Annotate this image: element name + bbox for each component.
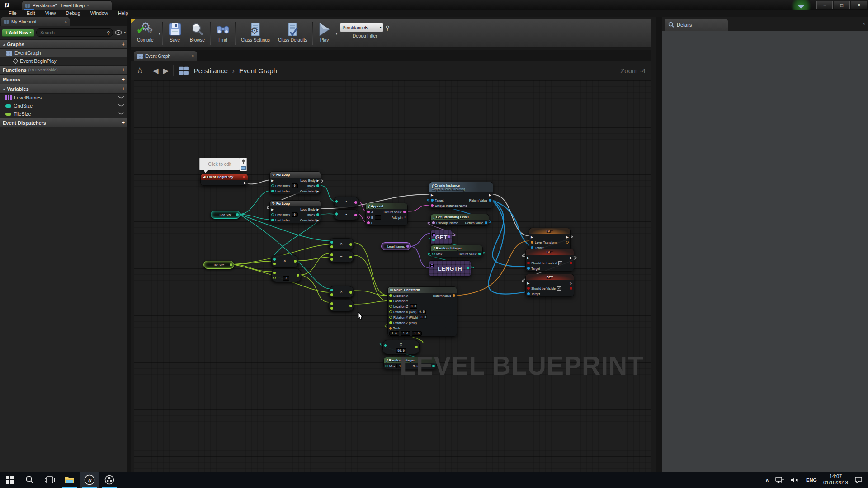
document-tab-close-icon[interactable]: × <box>87 4 89 8</box>
pin[interactable]: ▶ <box>271 179 274 182</box>
add-icon[interactable]: + <box>122 67 125 73</box>
pin[interactable] <box>349 243 352 246</box>
pin[interactable]: ▶ <box>431 193 433 197</box>
pin[interactable] <box>389 294 392 297</box>
variable-gridsize[interactable]: GridSize <box>0 102 127 110</box>
pin[interactable] <box>367 211 370 213</box>
pin[interactable]: ▶ <box>317 219 319 222</box>
var-get-grid-size[interactable]: Grid Size <box>211 211 241 219</box>
add-new-button[interactable]: + Add New ▾ <box>2 29 34 37</box>
visibility-eye-icon[interactable] <box>118 95 125 100</box>
add-icon[interactable]: + <box>122 86 125 92</box>
get-streaming-level[interactable]: ƒ Get Streaming LevelPackage NameReturn … <box>430 214 489 226</box>
pin[interactable] <box>349 305 352 307</box>
pin[interactable] <box>297 274 299 277</box>
pin[interactable]: ▶ <box>317 179 319 182</box>
pin[interactable] <box>273 277 276 279</box>
pin[interactable] <box>236 213 239 216</box>
section-event-dispatchers[interactable]: Event Dispatchers+ <box>0 118 127 127</box>
section-functions[interactable]: Functions(19 Overridable)+ <box>0 65 127 75</box>
pin[interactable]: ▶ <box>570 256 572 259</box>
event-graph-canvas[interactable]: Click to edit◀Event BeginPlay▶↻ForLoop▶L… <box>134 80 651 472</box>
set-level-transform[interactable]: SET▶▶Level TransformTarget <box>529 228 571 251</box>
add-icon[interactable]: + <box>122 76 125 83</box>
create-instance[interactable]: ƒ Create InstanceTarget is Level Streami… <box>429 182 493 209</box>
save-button[interactable]: Save <box>164 20 186 42</box>
minimize-button[interactable]: – <box>816 1 833 9</box>
find-button[interactable]: Find <box>212 20 234 42</box>
array-length[interactable]: LENGTH <box>429 260 471 277</box>
value-field[interactable]: 0.0 <box>418 310 426 314</box>
section-variables[interactable]: ◢Variables+ <box>0 84 127 94</box>
conv-int-to-string-2[interactable]: • <box>334 209 359 220</box>
pin[interactable] <box>432 221 435 224</box>
pin[interactable]: ▷ <box>570 282 572 285</box>
graph-item-eventgraph[interactable]: EventGraph <box>0 49 127 57</box>
array-get[interactable]: GET <box>430 230 452 245</box>
pin[interactable] <box>430 264 434 267</box>
conv-int-to-string-1[interactable]: • <box>334 197 359 207</box>
random-integer-1[interactable]: ƒ Random IntegerMaxReturn Value <box>430 245 483 257</box>
pin[interactable] <box>367 221 370 224</box>
pin[interactable] <box>453 294 455 297</box>
breadcrumb-root[interactable]: Perstitance <box>194 67 228 75</box>
close-button[interactable]: × <box>851 1 867 9</box>
class-settings-button[interactable]: ⚙Class Settings <box>237 20 274 42</box>
subtract-1[interactable]: − <box>329 251 354 263</box>
pin[interactable] <box>403 211 406 213</box>
pin[interactable] <box>467 267 469 269</box>
back-arrow-icon[interactable]: ◀ <box>153 66 158 75</box>
pin[interactable] <box>385 365 388 367</box>
document-tab[interactable]: Perstitance* - Level Bluep × <box>22 0 112 10</box>
value-field[interactable]: 2 <box>283 276 289 281</box>
play-button[interactable]: Play <box>314 20 335 42</box>
pin[interactable] <box>316 213 319 216</box>
pin[interactable] <box>485 221 487 224</box>
pin[interactable] <box>406 245 409 248</box>
append[interactable]: ƒ AppendAReturn ValueB Add pin+C <box>365 203 408 226</box>
pin[interactable]: ▶ <box>489 193 491 197</box>
subtract-2[interactable]: − <box>329 300 354 311</box>
pin[interactable]: + <box>404 216 406 219</box>
compile-button[interactable]: ⚙⚙✔Compile <box>133 20 158 42</box>
pin[interactable]: ▶ <box>317 208 319 211</box>
pin[interactable] <box>273 258 276 261</box>
variable-levelnames[interactable]: LevelNames <box>0 94 127 102</box>
pin[interactable] <box>389 326 392 329</box>
value-field[interactable]: 1.0 <box>401 331 410 336</box>
dropdown-arrow-icon[interactable]: ▾ <box>335 32 337 36</box>
checkbox[interactable]: ✓ <box>557 286 561 291</box>
set-should-be-visible[interactable]: SET▶▷Should be Visible✓Target <box>525 274 574 297</box>
pin[interactable] <box>389 300 392 302</box>
clock[interactable]: 14:07 01/10/2018 <box>823 474 848 486</box>
value-field[interactable]: 0.0 <box>410 304 418 309</box>
pin[interactable] <box>489 199 491 202</box>
pin[interactable] <box>330 307 333 310</box>
pin[interactable] <box>271 219 274 221</box>
volume-muted-icon[interactable] <box>791 477 800 483</box>
class-defaults-button[interactable]: Class Defaults <box>274 20 311 42</box>
comment-click-to-edit[interactable]: Click to edit <box>199 158 240 170</box>
menu-debug[interactable]: Debug <box>61 10 85 17</box>
pin[interactable]: ▶ <box>527 282 529 285</box>
menu-edit[interactable]: Edit <box>22 10 40 17</box>
pin[interactable] <box>354 214 357 216</box>
dropdown-arrow-icon[interactable]: ▾ <box>159 32 160 36</box>
add-icon[interactable]: + <box>122 41 125 47</box>
checkbox[interactable]: ✓ <box>558 261 562 265</box>
var-get-tile-size[interactable]: Tile Size <box>203 261 234 269</box>
pin[interactable] <box>432 253 435 255</box>
pin[interactable] <box>389 305 392 308</box>
multiply-2[interactable]: × <box>329 286 354 298</box>
pin[interactable]: ▶ <box>566 235 569 239</box>
taskbar-search-button[interactable] <box>20 472 40 488</box>
pin[interactable] <box>432 233 435 236</box>
event-beginplay[interactable]: ◀Event BeginPlay▶ <box>200 174 248 186</box>
pin[interactable]: ▶ <box>244 181 246 184</box>
make-transform[interactable]: ⊞ Make TransformLocation XReturn ValueLo… <box>387 286 457 337</box>
debug-object-combo[interactable]: Perstitance5▾ <box>340 23 383 32</box>
pin[interactable] <box>349 291 352 294</box>
pin[interactable] <box>527 292 530 295</box>
pin[interactable] <box>271 184 274 187</box>
pin[interactable] <box>531 241 533 244</box>
